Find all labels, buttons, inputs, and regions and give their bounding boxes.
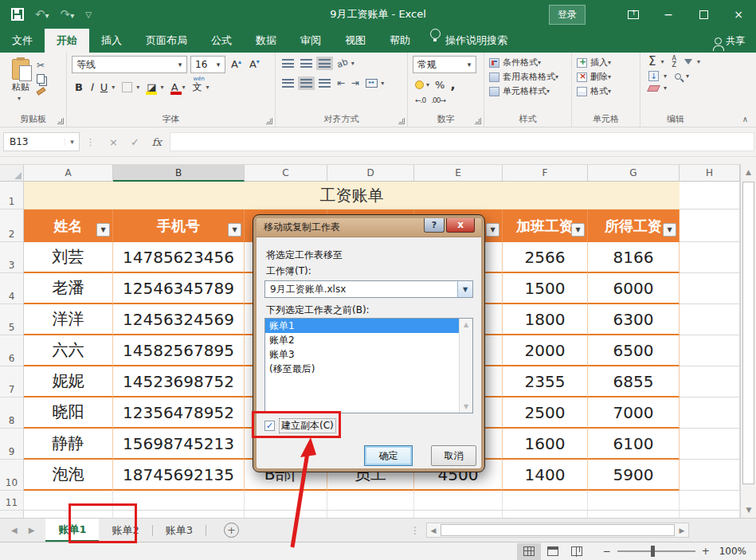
cell-total[interactable]: 6500 (588, 335, 680, 366)
align-center-icon[interactable] (300, 79, 312, 88)
save-icon[interactable] (11, 8, 24, 21)
scroll-right-icon[interactable]: ▶ (676, 527, 688, 535)
cell-phone[interactable]: 15698745213 (113, 429, 245, 460)
cell-name[interactable]: 六六 (24, 335, 113, 366)
name-box[interactable]: B13 ▾ (3, 132, 80, 151)
row-header[interactable]: 4 (0, 273, 24, 304)
percent-style-button[interactable]: % (435, 79, 445, 91)
prev-sheet-icon[interactable]: ◀ (11, 526, 18, 535)
header-cell-total[interactable]: 所得工资 ▼ (588, 210, 680, 242)
sort-filter-icon[interactable]: AZ (672, 56, 676, 67)
cell-empty[interactable] (680, 182, 740, 210)
list-item[interactable]: 账单3 (265, 347, 460, 362)
cell-total[interactable]: 6855 (588, 366, 680, 397)
font-name-combo[interactable]: 等线▾ (72, 56, 187, 73)
header-cell-name[interactable]: 姓名 ▼ (24, 210, 113, 242)
font-size-combo[interactable]: 16▾ (190, 56, 225, 73)
cell-empty[interactable] (414, 491, 503, 511)
sheet-title-cell[interactable]: 工资账单 (24, 182, 680, 210)
vertical-scrollbar[interactable]: ▲ ▼ (740, 164, 756, 518)
tell-me-search[interactable]: 操作说明搜索 (445, 29, 519, 53)
next-sheet-icon[interactable]: ▶ (29, 526, 35, 535)
find-select-icon[interactable] (675, 73, 681, 80)
cell-overtime[interactable]: 1800 (503, 304, 588, 335)
align-left-icon[interactable] (282, 79, 294, 88)
insert-cells-button[interactable]: 插入▾ (577, 57, 635, 69)
cell-name[interactable]: 刘芸 (24, 242, 113, 273)
scroll-down-icon[interactable]: ▼ (460, 403, 472, 410)
tab-splitter-handle[interactable]: ⋮ (410, 525, 420, 536)
filter-dropdown-icon[interactable]: ▼ (96, 223, 110, 237)
alignment-dialog-launcher-icon[interactable] (398, 118, 405, 124)
cell-total[interactable]: 5900 (588, 460, 680, 491)
col-header-d[interactable]: D (327, 164, 414, 182)
cell-phone[interactable]: 14785623456 (113, 242, 245, 273)
align-top-icon[interactable] (282, 59, 294, 68)
cell-overtime[interactable]: 2355 (503, 366, 588, 397)
cell-phone[interactable]: 12356478952 (113, 397, 245, 429)
list-item[interactable]: 账单2 (265, 333, 460, 347)
decrease-indent-icon[interactable]: ⇤ (337, 78, 345, 88)
cut-icon[interactable]: ✂ (37, 61, 45, 70)
ok-button[interactable]: 确定 (364, 445, 413, 466)
filter-dropdown-icon[interactable]: ▼ (486, 223, 499, 237)
scroll-left-icon[interactable]: ◀ (427, 527, 440, 535)
cell-phone[interactable]: 14582567895 (113, 335, 245, 366)
decrease-decimal-icon[interactable]: .00→ (431, 96, 445, 104)
formula-input[interactable] (170, 132, 754, 151)
tab-home[interactable]: 开始 (45, 29, 89, 53)
cell-overtime[interactable]: 2500 (503, 397, 588, 429)
enter-entry-icon[interactable]: ✓ (131, 136, 139, 148)
cell-empty[interactable] (680, 429, 740, 460)
cell-name[interactable]: 泡泡 (24, 460, 113, 491)
share-button[interactable]: 共享 (726, 34, 745, 48)
cell-phone[interactable]: 18745692135 (113, 460, 245, 491)
cell-empty[interactable] (327, 491, 414, 511)
scroll-down-icon[interactable]: ▼ (742, 503, 756, 517)
fill-color-button[interactable]: ◪ (147, 82, 156, 92)
login-button[interactable]: 登录 (549, 5, 586, 25)
cell-name[interactable]: 老潘 (24, 273, 113, 304)
ribbon-display-options-icon[interactable] (628, 10, 639, 19)
fill-down-icon[interactable]: ↓ (648, 71, 659, 81)
filter-dropdown-icon[interactable]: ▼ (571, 223, 585, 237)
list-item[interactable]: (移至最后) (265, 362, 460, 376)
cancel-button[interactable]: 取消 (431, 445, 476, 466)
autosum-button[interactable]: Σ (648, 56, 656, 68)
cell-empty[interactable] (680, 304, 740, 335)
format-as-table-button[interactable]: 套用表格格式▾ (489, 71, 566, 83)
row-header[interactable]: 1 (0, 182, 24, 210)
row-header[interactable]: 8 (0, 397, 24, 429)
new-sheet-icon[interactable]: + (224, 523, 239, 538)
collapse-ribbon-icon[interactable]: ∧ (742, 115, 748, 123)
cell-empty[interactable] (680, 397, 740, 429)
cell-overtime[interactable]: 1400 (503, 460, 588, 491)
filter-dropdown-icon[interactable]: ▼ (663, 223, 676, 237)
cell-empty[interactable] (680, 242, 740, 273)
format-cells-button[interactable]: 格式▾ (577, 85, 635, 97)
combo-dropdown-icon[interactable]: ▼ (457, 281, 472, 297)
underline-button[interactable]: U (100, 82, 108, 92)
cell-name[interactable]: 晓阳 (24, 397, 113, 429)
tab-page-layout[interactable]: 页面布局 (134, 29, 199, 53)
scroll-up-icon[interactable]: ▲ (742, 165, 756, 179)
name-box-dropdown-icon[interactable]: ▾ (65, 138, 79, 146)
row-header[interactable]: 11 (0, 491, 24, 511)
redo-icon[interactable]: ↷▾ (61, 9, 75, 21)
accounting-format-icon[interactable] (415, 80, 424, 89)
cell-empty[interactable] (680, 460, 740, 491)
merge-center-icon[interactable] (366, 79, 378, 88)
col-header-g[interactable]: G (588, 164, 680, 182)
phonetic-guide-button[interactable]: wén文 (193, 80, 202, 94)
row-header[interactable]: 3 (0, 242, 24, 273)
cell-name[interactable]: 静静 (24, 429, 113, 460)
delete-cells-button[interactable]: 删除▾ (577, 71, 635, 83)
zoom-slider[interactable] (617, 550, 695, 552)
zoom-out-icon[interactable]: − (603, 546, 611, 557)
cell-empty[interactable] (503, 491, 588, 511)
tab-help[interactable]: 帮助 (378, 29, 422, 53)
row-header[interactable]: 10 (0, 460, 24, 491)
grow-font-button[interactable]: A▴ (229, 58, 244, 70)
cell-empty[interactable] (680, 366, 740, 397)
cell-phone[interactable]: 12456324569 (113, 304, 245, 335)
